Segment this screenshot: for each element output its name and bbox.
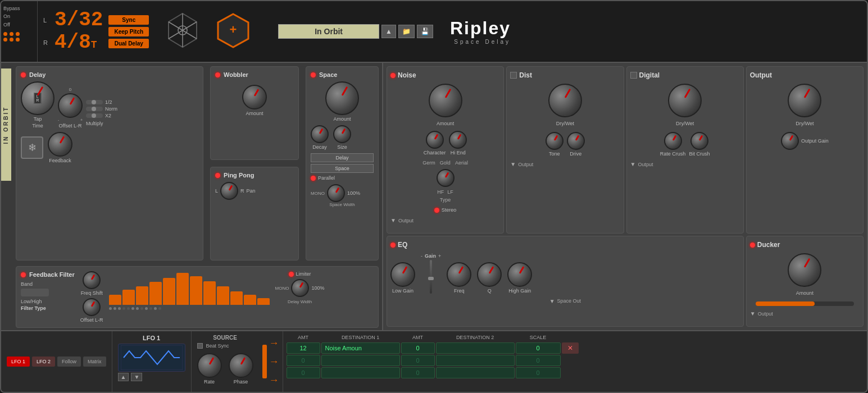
dist-tone-knob[interactable] xyxy=(546,132,563,150)
rate-knob[interactable] xyxy=(197,353,222,378)
ducker-amount-knob[interactable] xyxy=(788,253,821,287)
dest-name1-2[interactable] xyxy=(321,355,400,366)
ff-offset-lr-knob[interactable] xyxy=(83,298,101,316)
eq-highgain-knob[interactable] xyxy=(507,262,532,287)
dist-drywet-knob[interactable] xyxy=(548,84,582,117)
space-amount-knob[interactable] xyxy=(325,81,359,115)
bar-12[interactable] xyxy=(257,298,270,305)
preset-save-button[interactable]: 💾 xyxy=(417,25,433,38)
bar-11[interactable] xyxy=(244,295,256,305)
norm-slider[interactable] xyxy=(86,107,103,111)
space-decay-knob[interactable] xyxy=(311,125,329,143)
noise-stereo-led[interactable] xyxy=(434,208,439,213)
output-gain-knob[interactable] xyxy=(781,132,799,150)
matrix-button[interactable]: Matrix xyxy=(83,357,106,367)
freeze-button[interactable]: ❄ xyxy=(21,136,43,159)
dist-output-chevron[interactable]: ▼ xyxy=(510,161,516,167)
digital-drywet-knob[interactable] xyxy=(668,84,702,117)
lfo1-button[interactable]: LFO 1 xyxy=(7,357,30,367)
delay-width-knob[interactable] xyxy=(291,279,309,297)
dest-amt2-1[interactable]: 0 xyxy=(401,342,435,354)
preset-folder-button[interactable]: 📁 xyxy=(398,25,415,38)
pingpong-led[interactable] xyxy=(215,173,220,178)
space-size-knob[interactable] xyxy=(333,125,351,143)
noise-hiend-knob[interactable] xyxy=(449,131,467,149)
parallel-led[interactable] xyxy=(311,176,316,181)
phase-knob[interactable] xyxy=(229,353,253,378)
dest-amt2-3[interactable]: 0 xyxy=(401,367,435,378)
noise-char-knob[interactable] xyxy=(426,131,444,149)
hex-add-icon[interactable]: + xyxy=(216,12,250,51)
route-arrow-3[interactable]: → xyxy=(269,374,279,386)
eq-q-knob[interactable] xyxy=(477,262,502,287)
eq-gain-fader[interactable] xyxy=(430,260,432,294)
time-value-left[interactable]: 3/32 xyxy=(54,10,103,30)
dest-scale-2[interactable]: 0 xyxy=(516,355,561,366)
route-arrow-1[interactable]: → xyxy=(269,337,279,349)
half-slider[interactable] xyxy=(86,100,103,104)
bar-3[interactable] xyxy=(136,286,148,305)
route-arrow-2[interactable]: → xyxy=(269,356,279,368)
dest-name2-3[interactable] xyxy=(436,367,515,378)
dest-amt1-3[interactable]: 0 xyxy=(287,367,320,378)
dest-amt2-2[interactable]: 0 xyxy=(401,355,435,366)
x2-slider[interactable] xyxy=(86,113,103,118)
digital-output-chevron[interactable]: ▼ xyxy=(630,161,636,167)
dest-amt1-2[interactable]: 0 xyxy=(287,355,320,366)
dual-delay-button[interactable]: Dual Delay xyxy=(108,39,149,48)
bar-2[interactable] xyxy=(122,290,135,305)
lfo-wave-display[interactable] xyxy=(118,344,185,372)
bar-5[interactable] xyxy=(163,278,175,305)
ducker-fader[interactable] xyxy=(756,301,855,306)
freq-shift-knob[interactable] xyxy=(83,271,101,289)
dest-close-1[interactable]: ✕ xyxy=(562,342,579,354)
output-drywet-knob[interactable] xyxy=(788,84,821,117)
dest-name1-1[interactable]: Noise Amoun xyxy=(321,342,400,354)
bypass-option-off[interactable]: Off xyxy=(3,21,35,29)
lfo-wave-down[interactable]: ▼ xyxy=(131,373,142,381)
dest-scale-1[interactable]: 0 xyxy=(516,342,561,354)
delay-time-knob[interactable] xyxy=(58,93,83,118)
eq-freq-knob[interactable] xyxy=(447,262,471,287)
limiter-led[interactable] xyxy=(289,272,294,277)
filter-slider[interactable] xyxy=(21,289,49,296)
sync-button[interactable]: Sync xyxy=(108,15,149,25)
lfo-wave-up[interactable]: ▲ xyxy=(118,373,129,381)
eq-lowgain-knob[interactable] xyxy=(390,262,415,287)
time-value-right[interactable]: 4/8T xyxy=(54,33,97,53)
noise-led[interactable] xyxy=(390,73,396,78)
noise-amount-knob[interactable] xyxy=(429,84,462,117)
bar-10[interactable] xyxy=(230,291,243,305)
bypass-option-bypass[interactable]: Bypass xyxy=(3,4,35,12)
dest-amt1-1[interactable]: 12 xyxy=(287,342,320,354)
ducker-led[interactable] xyxy=(750,243,755,248)
preset-up-button[interactable]: ▲ xyxy=(381,25,396,38)
bar-4[interactable] xyxy=(149,282,162,305)
preset-name[interactable]: In Orbit xyxy=(278,24,379,39)
dest-name2-1[interactable] xyxy=(436,342,515,354)
bypass-option-on[interactable]: On xyxy=(3,12,35,20)
delay-route-btn[interactable]: Delay xyxy=(311,153,374,162)
bar-8[interactable] xyxy=(203,281,216,305)
dest-name2-2[interactable] xyxy=(436,355,515,366)
feedback-knob[interactable] xyxy=(48,132,72,157)
dest-scale-3[interactable]: 0 xyxy=(516,367,561,378)
delay-lr-knob[interactable]: LR xyxy=(21,81,54,115)
bar-1[interactable] xyxy=(109,295,121,305)
lfo2-button[interactable]: LFO 2 xyxy=(32,357,55,367)
space-width-knob[interactable] xyxy=(327,184,345,202)
bar-6[interactable] xyxy=(176,273,189,305)
bar-9[interactable] xyxy=(217,286,229,305)
eq-led[interactable] xyxy=(390,243,396,248)
ff-led[interactable] xyxy=(21,272,26,277)
space-led[interactable] xyxy=(311,72,316,77)
beat-sync-led[interactable] xyxy=(197,343,203,349)
eq-output-chevron[interactable]: ▼ xyxy=(549,298,555,304)
noise-type-knob[interactable] xyxy=(437,169,455,187)
wobbler-led[interactable] xyxy=(215,72,220,77)
pingpong-pan-knob[interactable] xyxy=(220,182,238,200)
dist-drive-knob[interactable] xyxy=(567,132,585,150)
digital-ratecrush-knob[interactable] xyxy=(664,132,682,150)
dist-enable[interactable] xyxy=(510,72,517,79)
ducker-output-chevron[interactable]: ▼ xyxy=(750,310,756,317)
